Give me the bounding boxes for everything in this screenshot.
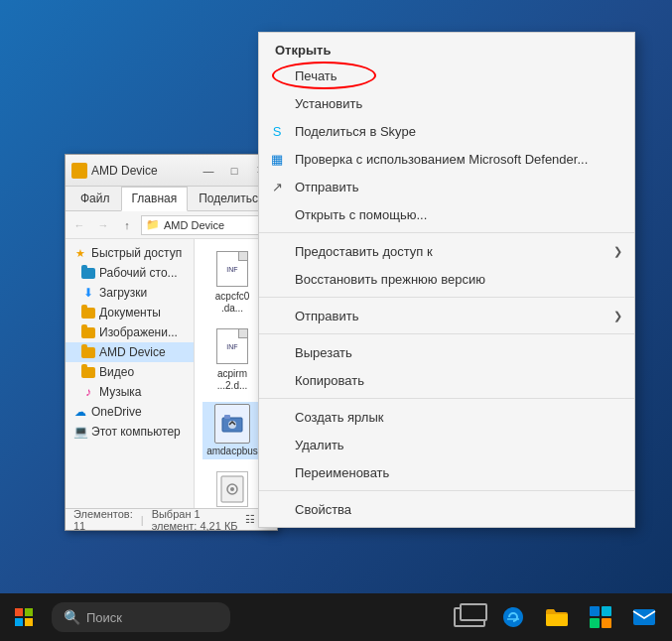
minimize-button[interactable]: — xyxy=(196,160,221,182)
sidebar-item-pictures[interactable]: Изображени... xyxy=(66,322,194,342)
mail-button[interactable] xyxy=(624,593,664,641)
task-view-button[interactable] xyxy=(450,593,489,641)
computer-icon: 💻 xyxy=(73,425,87,439)
start-button[interactable] xyxy=(0,593,48,641)
file-explorer-button[interactable] xyxy=(537,593,577,641)
svg-rect-7 xyxy=(25,608,33,616)
tab-file[interactable]: Файл xyxy=(69,187,121,210)
sidebar-item-this-pc[interactable]: 💻 Этот компьютер xyxy=(66,422,194,442)
taskbar-search[interactable]: 🔍 Поиск xyxy=(52,602,230,632)
up-button[interactable]: ↑ xyxy=(117,215,137,235)
menu-separator xyxy=(259,398,634,399)
edge-button[interactable] xyxy=(493,593,533,641)
ribbon-tabs: Файл Главная Поделиться xyxy=(66,187,277,210)
menu-item-create-shortcut[interactable]: Создать ярлык xyxy=(259,403,634,431)
cloud-icon: ☁ xyxy=(73,405,87,419)
defender-icon: ▦ xyxy=(269,151,285,167)
menu-item-defender[interactable]: ▦ Проверка с использованием Microsoft De… xyxy=(259,145,634,173)
svg-rect-1 xyxy=(224,415,230,419)
file-icon: INF xyxy=(212,249,252,289)
forward-button[interactable]: → xyxy=(93,215,113,235)
address-path[interactable]: 📁 AMD Device xyxy=(141,215,273,235)
star-icon: ★ xyxy=(73,246,87,260)
sidebar-item-video[interactable]: Видео xyxy=(66,362,194,382)
search-icon: 🔍 xyxy=(64,609,80,625)
back-button[interactable]: ← xyxy=(69,215,89,235)
file-name: acpcfc0.da... xyxy=(215,291,249,315)
menu-item-print[interactable]: Печать xyxy=(259,62,634,89)
selected-info: Выбран 1 элемент: 4,21 КБ xyxy=(152,508,245,532)
ribbon: Файл Главная Поделиться xyxy=(66,187,277,211)
svg-rect-12 xyxy=(590,618,600,628)
sys-file-icon xyxy=(216,471,248,507)
svg-rect-9 xyxy=(25,618,33,626)
explorer-window: AMD Device — □ ✕ Файл Главная Поделиться… xyxy=(65,154,278,531)
menu-item-share-skype[interactable]: S Поделиться в Skype xyxy=(259,117,634,145)
svg-point-5 xyxy=(230,487,234,491)
submenu-arrow: ❯ xyxy=(613,310,622,322)
menu-separator xyxy=(259,333,634,334)
view-details-icon[interactable]: ☷ xyxy=(245,513,255,526)
menu-item-share-access[interactable]: Предоставить доступ к ❯ xyxy=(259,237,634,265)
menu-item-cut[interactable]: Вырезать xyxy=(259,338,634,366)
svg-rect-8 xyxy=(15,618,23,626)
sidebar-item-downloads[interactable]: ⬇ Загрузки xyxy=(66,283,194,303)
inf-file-icon: INF xyxy=(216,328,248,364)
edge-icon xyxy=(501,605,525,629)
search-label: Поиск xyxy=(86,610,122,625)
menu-header: Открыть xyxy=(259,37,634,62)
maximize-button[interactable]: □ xyxy=(221,160,247,182)
taskbar-icons xyxy=(442,593,672,641)
explorer-titlebar: AMD Device — □ ✕ xyxy=(66,155,277,187)
sidebar-item-music[interactable]: ♪ Музыка xyxy=(66,382,194,402)
folder-icon xyxy=(81,266,95,280)
menu-item-open-with[interactable]: Открыть с помощью... xyxy=(259,200,634,228)
sidebar-item-onedrive[interactable]: ☁ OneDrive xyxy=(66,402,194,422)
file-icon: INF xyxy=(212,326,252,366)
menu-item-copy[interactable]: Копировать xyxy=(259,366,634,394)
sidebar-item-documents[interactable]: Документы xyxy=(66,303,194,322)
svg-rect-14 xyxy=(633,609,655,625)
windows-icon xyxy=(15,608,33,626)
music-icon: ♪ xyxy=(81,385,95,399)
apps-button[interactable] xyxy=(581,593,620,641)
menu-item-properties[interactable]: Свойства xyxy=(259,495,634,523)
menu-item-restore-version[interactable]: Восстановить прежнюю версию xyxy=(259,265,634,293)
setup-file-icon xyxy=(214,404,250,444)
items-count: Элементов: 11 xyxy=(73,508,133,532)
skype-icon: S xyxy=(269,123,285,139)
menu-separator xyxy=(259,232,634,233)
context-menu: Открыть Печать Установить S Поделиться в… xyxy=(258,32,635,528)
share-icon: ↗ xyxy=(269,179,285,194)
list-item[interactable]: amdacpbus.sys xyxy=(202,467,262,508)
file-name: amdacpbus xyxy=(206,446,258,457)
mail-icon xyxy=(632,608,656,626)
menu-item-delete[interactable]: Удалить xyxy=(259,431,634,458)
folder-icon xyxy=(545,607,569,627)
sidebar-item-amd-device[interactable]: AMD Device xyxy=(66,342,194,362)
sidebar-item-desktop[interactable]: Рабочий сто... xyxy=(66,263,194,283)
menu-separator xyxy=(259,490,634,491)
svg-rect-13 xyxy=(602,618,611,628)
taskbar: 🔍 Поиск xyxy=(0,593,672,641)
list-item[interactable]: amdacpbus xyxy=(202,402,262,459)
list-item[interactable]: INF acpirm...2.d... xyxy=(202,324,262,394)
file-name: acpirm...2.d... xyxy=(217,368,248,392)
menu-separator xyxy=(259,297,634,298)
folder-icon xyxy=(81,306,95,320)
sidebar-item-quick-access[interactable]: ★ Быстрый доступ xyxy=(66,243,194,263)
desktop: AMD Device — □ ✕ Файл Главная Поделиться… xyxy=(0,0,672,641)
download-icon: ⬇ xyxy=(81,286,95,300)
menu-item-send[interactable]: ↗ Отправить xyxy=(259,173,634,200)
menu-item-install[interactable]: Установить xyxy=(259,89,634,117)
apps-icon xyxy=(590,606,611,628)
file-icon xyxy=(212,404,252,444)
list-item[interactable]: INF acpcfc0.da... xyxy=(202,247,262,317)
menu-item-send-to[interactable]: Отправить ❯ xyxy=(259,302,634,329)
folder-icon xyxy=(81,365,95,379)
file-icon xyxy=(212,469,252,508)
tab-home[interactable]: Главная xyxy=(121,187,189,211)
folder-icon xyxy=(71,163,87,179)
folder-icon xyxy=(81,325,95,339)
menu-item-rename[interactable]: Переименовать xyxy=(259,458,634,486)
